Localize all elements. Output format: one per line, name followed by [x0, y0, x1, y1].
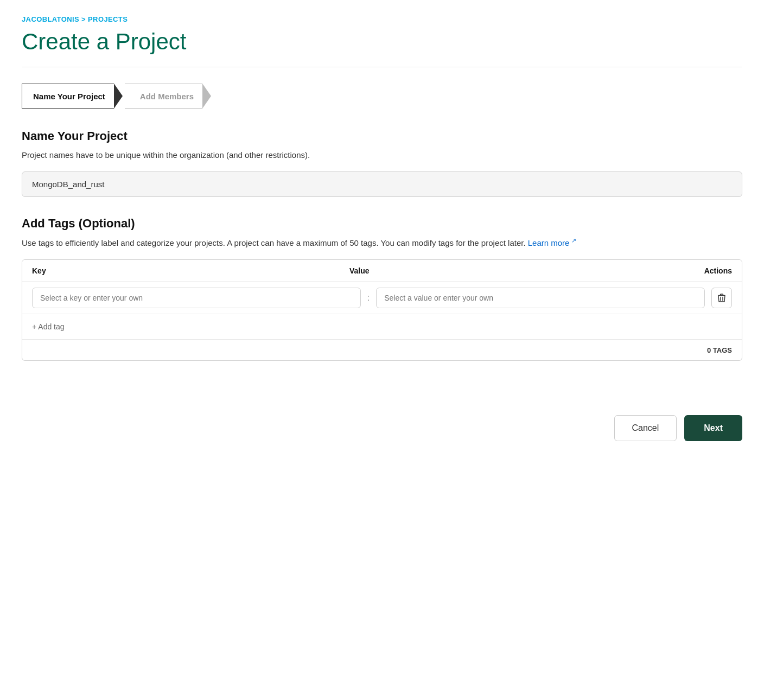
add-tag-label: + Add tag — [32, 322, 65, 331]
tag-row: : — [22, 282, 742, 314]
tags-section-desc: Use tags to efficiently label and catego… — [22, 236, 742, 250]
project-name-input[interactable] — [22, 171, 742, 197]
tags-section-title: Add Tags (Optional) — [22, 217, 742, 231]
breadcrumb-user[interactable]: JACOBLATONIS — [22, 15, 79, 23]
bottom-actions: Cancel Next — [22, 404, 742, 441]
tag-separator: : — [367, 293, 370, 303]
external-link-icon: ↗ — [569, 237, 576, 244]
tags-count: 0 TAGS — [707, 346, 732, 354]
tags-col-actions: Actions — [667, 266, 732, 275]
cancel-button[interactable]: Cancel — [614, 415, 677, 441]
step-label-name-project: Name Your Project — [33, 92, 105, 101]
breadcrumb: JACOBLATONIS > PROJECTS — [22, 15, 742, 23]
step-arrow-active — [114, 84, 123, 109]
tag-value-input[interactable] — [376, 288, 705, 308]
step-label-add-members: Add Members — [140, 92, 194, 101]
step-tab-name-project[interactable]: Name Your Project — [22, 84, 123, 109]
step-arrow-inactive — [202, 84, 211, 109]
tag-delete-button[interactable] — [711, 288, 732, 308]
next-button[interactable]: Next — [684, 415, 742, 441]
page-title: Create a Project — [22, 29, 742, 55]
name-section-title: Name Your Project — [22, 129, 742, 143]
tags-desc-text: Use tags to efficiently label and catego… — [22, 238, 526, 247]
step-tab-add-members[interactable]: Add Members — [125, 84, 211, 109]
stepper: Name Your Project Add Members — [22, 84, 742, 109]
tags-table-header: Key Value Actions — [22, 260, 742, 282]
trash-icon — [717, 293, 726, 303]
name-section-desc: Project names have to be unique within t… — [22, 149, 742, 162]
learn-more-link[interactable]: Learn more ↗ — [528, 238, 576, 247]
add-tag-row[interactable]: + Add tag — [22, 314, 742, 340]
header-divider — [22, 67, 742, 67]
tags-footer: 0 TAGS — [22, 340, 742, 360]
breadcrumb-separator: > — [81, 15, 88, 23]
tags-col-key: Key — [32, 266, 349, 275]
tags-table: Key Value Actions : + Add tag 0 TAGS — [22, 259, 742, 361]
tags-col-value: Value — [349, 266, 667, 275]
learn-more-text: Learn more — [528, 238, 570, 247]
breadcrumb-section[interactable]: PROJECTS — [88, 15, 128, 23]
cancel-label: Cancel — [632, 423, 659, 432]
next-label: Next — [704, 423, 723, 432]
tag-key-input[interactable] — [32, 288, 361, 308]
